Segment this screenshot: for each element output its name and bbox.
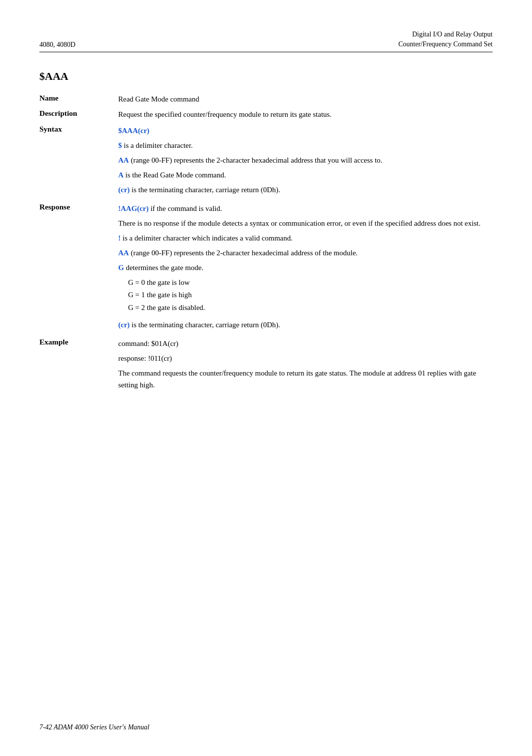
gate-mode-1: G = 1 the gate is high xyxy=(128,289,493,302)
syntax-content: $AAA(cr) $ is a delimiter character. AA … xyxy=(118,123,493,201)
header-right-line1: Digital I/O and Relay Output xyxy=(399,30,493,39)
response-command-line: !AAG(cr) if the command is valid. xyxy=(118,203,493,214)
example-row: Example command: $01A(cr) response: !011… xyxy=(39,336,493,396)
syntax-aa-symbol: AA xyxy=(118,156,129,164)
syntax-dollar-symbol: $ xyxy=(118,141,122,149)
response-command-text: !AAG(cr) xyxy=(118,205,149,212)
gate-mode-2: G = 2 the gate is disabled. xyxy=(128,302,493,314)
syntax-command: $AAA(cr) xyxy=(118,125,493,137)
description-label: Description xyxy=(39,107,118,122)
footer: 7-42 ADAM 4000 Series User's Manual xyxy=(39,723,149,731)
response-row: Response !AAG(cr) if the command is vali… xyxy=(39,201,493,336)
page: 4080, 4080D Digital I/O and Relay Output… xyxy=(0,0,532,756)
syntax-aa: AA (range 00-FF) represents the 2-charac… xyxy=(118,154,493,166)
example-response: response: !011(cr) xyxy=(118,352,493,364)
syntax-dollar: $ is a delimiter character. xyxy=(118,139,493,151)
example-command: command: $01A(cr) xyxy=(118,338,493,349)
response-g-symbol: G xyxy=(118,264,124,272)
syntax-label: Syntax xyxy=(39,123,118,201)
syntax-cr: (cr) is the terminating character, carri… xyxy=(118,184,493,196)
header-right-line2: Counter/Frequency Command Set xyxy=(399,39,493,49)
response-exclaim-symbol: ! xyxy=(118,234,121,242)
response-aa: AA (range 00-FF) represents the 2-charac… xyxy=(118,247,493,259)
description-value: Request the specified counter/frequency … xyxy=(118,107,493,122)
name-row: Name Read Gate Mode command xyxy=(39,92,493,107)
syntax-a-symbol: A xyxy=(118,171,124,179)
response-content: !AAG(cr) if the command is valid. There … xyxy=(118,201,493,336)
name-label: Name xyxy=(39,92,118,107)
response-cr-line: (cr) is the terminating character, carri… xyxy=(118,319,493,331)
response-aa-symbol: AA xyxy=(118,249,129,257)
example-content: command: $01A(cr) response: !011(cr) The… xyxy=(118,336,493,396)
name-value: Read Gate Mode command xyxy=(118,92,493,107)
syntax-row: Syntax $AAA(cr) $ is a delimiter charact… xyxy=(39,123,493,201)
response-exclaim: ! is a delimiter character which indicat… xyxy=(118,232,493,244)
syntax-command-text: $AAA(cr) xyxy=(118,127,149,135)
header-right: Digital I/O and Relay Output Counter/Fre… xyxy=(399,30,493,49)
page-header: 4080, 4080D Digital I/O and Relay Output… xyxy=(39,30,493,52)
response-no-response: There is no response if the module detec… xyxy=(118,217,493,229)
example-label: Example xyxy=(39,336,118,396)
command-title: $AAA xyxy=(39,70,493,83)
header-left: 4080, 4080D xyxy=(39,41,75,49)
response-label: Response xyxy=(39,201,118,336)
response-command-suffix: if the command is valid. xyxy=(149,205,222,212)
response-g: G determines the gate mode. xyxy=(118,262,493,274)
syntax-cr-symbol: (cr) xyxy=(118,186,130,194)
content-table: Name Read Gate Mode command Description … xyxy=(39,92,493,396)
description-row: Description Request the specified counte… xyxy=(39,107,493,122)
example-description: The command requests the counter/frequen… xyxy=(118,367,493,391)
gate-mode-0: G = 0 the gate is low xyxy=(128,276,493,289)
response-cr-text: is the terminating character, carriage r… xyxy=(130,321,280,329)
response-cr-symbol: (cr) xyxy=(118,321,130,329)
syntax-a: A is the Read Gate Mode command. xyxy=(118,169,493,181)
